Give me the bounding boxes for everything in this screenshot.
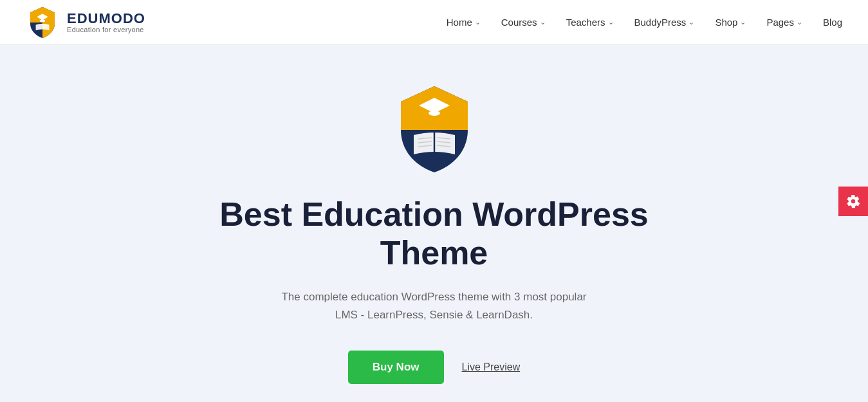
logo-subtitle: Education for everyone [67, 26, 145, 33]
svg-point-2 [40, 19, 46, 21]
svg-point-5 [429, 111, 440, 116]
chevron-down-icon: ⌄ [797, 18, 802, 26]
hero-section: Best Education WordPress Theme The compl… [0, 45, 868, 402]
settings-button[interactable] [838, 187, 868, 216]
hero-buttons: Buy Now Live Preview [348, 351, 520, 384]
gear-icon [846, 194, 860, 208]
logo-title: EDUMODO [67, 12, 145, 26]
nav-link-blog[interactable]: Blog [823, 17, 842, 28]
nav-item-home[interactable]: Home ⌄ [447, 17, 481, 28]
hero-title: Best Education WordPress Theme [183, 196, 685, 273]
chevron-down-icon: ⌄ [608, 18, 614, 26]
nav-link-teachers[interactable]: Teachers ⌄ [566, 17, 614, 28]
hero-description: The complete education WordPress theme w… [281, 288, 586, 325]
logo-icon [26, 6, 59, 39]
nav-link-buddypress[interactable]: BuddyPress ⌄ [634, 17, 695, 28]
hero-shield-icon [396, 84, 473, 174]
nav-link-courses[interactable]: Courses ⌄ [501, 17, 546, 28]
nav-item-blog[interactable]: Blog [823, 17, 842, 28]
chevron-down-icon: ⌄ [688, 18, 694, 26]
nav-item-pages[interactable]: Pages ⌄ [766, 17, 802, 28]
chevron-down-icon: ⌄ [740, 18, 746, 26]
live-preview-button[interactable]: Live Preview [462, 361, 521, 373]
chevron-down-icon: ⌄ [475, 18, 481, 26]
nav-item-shop[interactable]: Shop ⌄ [715, 17, 746, 28]
chevron-down-icon: ⌄ [540, 18, 546, 26]
nav-links: Home ⌄ Courses ⌄ Teachers ⌄ BuddyPress ⌄ [447, 17, 842, 28]
navbar: EDUMODO Education for everyone Home ⌄ Co… [0, 0, 868, 45]
nav-item-courses[interactable]: Courses ⌄ [501, 17, 546, 28]
nav-link-pages[interactable]: Pages ⌄ [766, 17, 802, 28]
logo-text: EDUMODO Education for everyone [67, 12, 145, 33]
nav-link-shop[interactable]: Shop ⌄ [715, 17, 746, 28]
hero-logo [396, 84, 473, 176]
nav-link-home[interactable]: Home ⌄ [447, 17, 481, 28]
logo-link[interactable]: EDUMODO Education for everyone [26, 6, 145, 39]
buy-now-button[interactable]: Buy Now [348, 351, 444, 384]
nav-item-buddypress[interactable]: BuddyPress ⌄ [634, 17, 695, 28]
nav-item-teachers[interactable]: Teachers ⌄ [566, 17, 614, 28]
